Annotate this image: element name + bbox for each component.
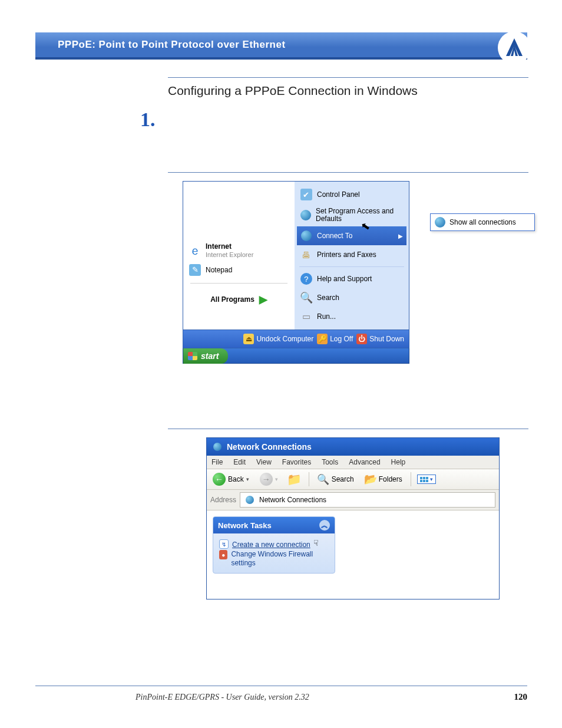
help-icon: ? xyxy=(300,273,312,285)
shutdown-button[interactable]: ⏻ Shut Down xyxy=(356,334,404,344)
left-separator xyxy=(190,283,287,284)
toolbar-separator-2 xyxy=(411,472,411,486)
notepad-label: Notepad xyxy=(206,266,232,274)
taskbar: start xyxy=(183,348,409,364)
help-item[interactable]: ? Help and Support xyxy=(297,269,406,288)
toolbar: ← Back ▾ → ▾ 📁 🔍 Search 📂 xyxy=(207,469,499,490)
forward-dropdown-icon[interactable]: ▾ xyxy=(275,476,278,482)
forward-icon: → xyxy=(260,473,273,486)
page-footer: PinPoint-E EDGE/GPRS - User Guide, versi… xyxy=(35,686,527,702)
all-programs-label: All Programs xyxy=(210,295,254,304)
folders-label: Folders xyxy=(379,475,402,483)
menu-edit[interactable]: Edit xyxy=(233,458,246,466)
step-number: 1. xyxy=(140,108,527,131)
all-programs-item[interactable]: All Programs ▶ xyxy=(188,288,290,311)
menu-advanced[interactable]: Advanced xyxy=(349,458,380,466)
menu-file[interactable]: File xyxy=(211,458,223,466)
views-dropdown-icon: ▾ xyxy=(430,476,433,482)
printers-label: Printers and Faxes xyxy=(317,251,376,259)
set-program-access-item[interactable]: Set Program Access and Defaults xyxy=(297,204,406,226)
run-label: Run... xyxy=(317,312,336,321)
run-icon: ▭ xyxy=(300,311,312,322)
logoff-label: Log Off xyxy=(330,335,353,343)
firewall-icon: ● xyxy=(219,550,227,559)
up-folder-icon: 📁 xyxy=(289,473,300,485)
control-panel-icon: ✔ xyxy=(300,189,312,200)
address-bar: Address Network Connections xyxy=(207,490,499,510)
right-separator xyxy=(299,266,404,267)
shutdown-label: Shut Down xyxy=(369,335,404,343)
undock-icon: ⏏ xyxy=(243,334,254,344)
back-label: Back xyxy=(228,475,244,483)
address-label: Address xyxy=(210,496,236,504)
create-connection-link[interactable]: ↯ Create a new connection ☟ xyxy=(219,539,329,549)
internet-explorer-item[interactable]: ｅ Internet Internet Explorer xyxy=(188,241,290,262)
address-icon xyxy=(244,494,256,506)
control-panel-item[interactable]: ✔ Control Panel xyxy=(297,185,406,204)
search-button[interactable]: 🔍 Search xyxy=(315,472,356,486)
firewall-link[interactable]: ● Change Windows Firewall settings xyxy=(219,550,329,567)
figure2-rule xyxy=(168,429,528,429)
connect-to-icon xyxy=(300,230,312,242)
run-item[interactable]: ▭ Run... xyxy=(297,307,406,326)
undock-label: Undock Computer xyxy=(256,335,313,343)
folders-button[interactable]: 📂 Folders xyxy=(362,472,405,486)
window-icon xyxy=(211,441,223,453)
connect-to-item[interactable]: Connect To ▶ xyxy=(297,226,406,245)
footer-text: PinPoint-E EDGE/GPRS - User Guide, versi… xyxy=(135,693,309,702)
back-dropdown-icon[interactable]: ▾ xyxy=(246,476,249,482)
search-label: Search xyxy=(317,294,339,302)
printers-item[interactable]: 🖶 Printers and Faxes xyxy=(297,245,406,264)
doc-header: PPPoE: Point to Point Protocol over Ethe… xyxy=(35,32,527,60)
toolbar-search-label: Search xyxy=(332,475,354,483)
network-tasks-title: Network Tasks xyxy=(218,521,272,530)
firewall-label: Change Windows Firewall settings xyxy=(231,550,329,567)
menu-bar: File Edit View Favorites Tools Advanced … xyxy=(207,456,499,469)
collapse-icon[interactable]: ︽ xyxy=(319,520,330,531)
menu-tools[interactable]: Tools xyxy=(322,458,338,466)
back-icon: ← xyxy=(213,473,226,486)
show-connections-label: Show all connections xyxy=(449,218,516,226)
toolbar-separator xyxy=(309,472,309,486)
create-connection-label[interactable]: Create a new connection xyxy=(232,541,310,549)
set-access-label: Set Program Access and Defaults xyxy=(316,207,403,223)
up-button[interactable]: 📁 xyxy=(286,472,303,486)
menu-help[interactable]: Help xyxy=(391,458,406,466)
menu-view[interactable]: View xyxy=(256,458,272,466)
start-menu-screenshot: ｅ Internet Internet Explorer ✎ Notepad xyxy=(183,181,518,364)
help-label: Help and Support xyxy=(317,275,372,283)
windows-flag-icon xyxy=(188,352,197,360)
back-button[interactable]: ← Back ▾ xyxy=(210,472,252,487)
shutdown-icon: ⏻ xyxy=(356,334,367,344)
views-button[interactable]: ▾ xyxy=(417,475,436,484)
notepad-item[interactable]: ✎ Notepad xyxy=(188,262,290,278)
network-tasks-header[interactable]: Network Tasks ︽ xyxy=(213,517,335,533)
submenu-arrow-icon: ▶ xyxy=(398,233,403,239)
printers-icon: 🖶 xyxy=(300,249,312,261)
connect-to-flyout[interactable]: Show all connections xyxy=(430,213,535,231)
undock-button[interactable]: ⏏ Undock Computer xyxy=(243,334,313,344)
logoff-button[interactable]: 🔑 Log Off xyxy=(317,334,353,344)
doc-header-title: PPPoE: Point to Point Protocol over Ethe… xyxy=(58,39,286,51)
start-label: start xyxy=(201,351,219,361)
address-field[interactable]: Network Connections xyxy=(240,492,495,508)
connect-to-label: Connect To xyxy=(317,232,353,240)
menu-favorites[interactable]: Favorites xyxy=(282,458,311,466)
show-connections-icon xyxy=(434,216,446,228)
start-button[interactable]: start xyxy=(183,348,228,364)
network-connections-window: Network Connections File Edit View Favor… xyxy=(206,437,500,599)
set-access-icon xyxy=(300,209,311,221)
create-connection-icon: ↯ xyxy=(219,539,229,549)
page-number: 120 xyxy=(514,692,528,702)
start-menu-right: ✔ Control Panel Set Program Access and D… xyxy=(295,182,409,330)
ie-icon: ｅ xyxy=(189,245,201,257)
section-rule xyxy=(168,77,528,78)
forward-button[interactable]: → ▾ xyxy=(257,472,280,487)
search-item[interactable]: 🔍 Search xyxy=(297,288,406,307)
start-menu-left: ｅ Internet Internet Explorer ✎ Notepad xyxy=(183,182,295,330)
search-icon: 🔍 xyxy=(300,292,312,304)
logoff-icon: 🔑 xyxy=(317,334,328,344)
views-icon xyxy=(420,477,428,482)
hand-cursor-icon: ☟ xyxy=(313,538,319,548)
window-body: Network Tasks ︽ ↯ Create a new connectio… xyxy=(207,510,499,599)
